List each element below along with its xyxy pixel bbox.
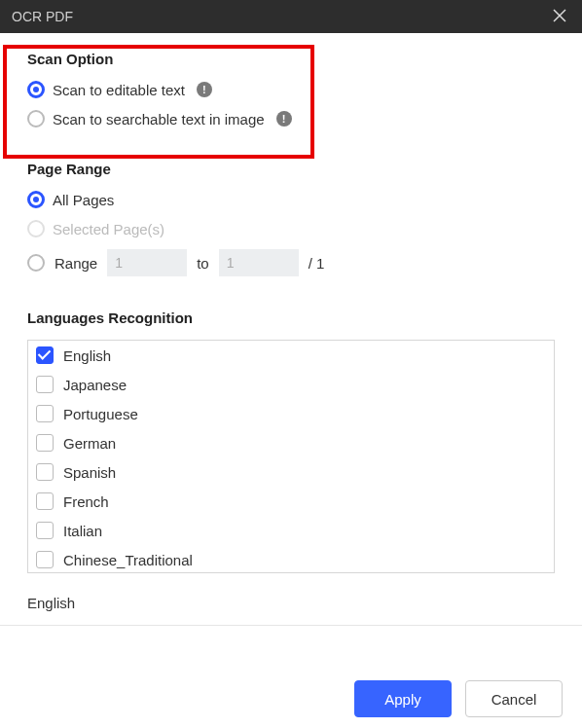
lang-checkbox[interactable] bbox=[36, 376, 54, 393]
radio-scan-editable[interactable] bbox=[27, 81, 45, 98]
range-to-input[interactable] bbox=[219, 249, 299, 276]
info-icon[interactable]: ! bbox=[276, 111, 292, 127]
languages-section: Languages Recognition bbox=[0, 292, 582, 326]
list-item[interactable]: German bbox=[28, 428, 554, 457]
list-item[interactable]: Portuguese bbox=[28, 399, 554, 428]
lang-label: Chinese_Traditional bbox=[63, 552, 193, 568]
list-item[interactable]: Spanish bbox=[28, 457, 554, 487]
close-icon[interactable] bbox=[549, 5, 570, 29]
all-pages-label: All Pages bbox=[53, 192, 114, 208]
lang-label: German bbox=[63, 435, 116, 452]
lang-checkbox[interactable] bbox=[36, 405, 54, 422]
lang-checkbox[interactable] bbox=[36, 522, 54, 539]
selected-language-summary: English bbox=[0, 581, 582, 626]
list-item[interactable]: Italian bbox=[28, 516, 554, 545]
page-range-section: Page Range All Pages Selected Page(s) Ra… bbox=[0, 143, 582, 292]
lang-label: Portuguese bbox=[63, 406, 138, 422]
radio-selected-pages bbox=[27, 220, 45, 237]
range-label: Range bbox=[55, 255, 97, 272]
info-icon[interactable]: ! bbox=[197, 82, 212, 97]
page-range-title: Page Range bbox=[27, 161, 555, 177]
selected-pages-label: Selected Page(s) bbox=[53, 221, 164, 237]
scan-option-section: Scan Option Scan to editable text ! Scan… bbox=[0, 33, 582, 143]
languages-list[interactable]: English Japanese Portuguese German Spani… bbox=[27, 340, 555, 573]
cancel-button[interactable]: Cancel bbox=[465, 680, 563, 717]
lang-label: French bbox=[63, 493, 109, 510]
lang-checkbox[interactable] bbox=[36, 551, 54, 568]
titlebar: OCR PDF bbox=[0, 0, 582, 33]
range-from-input[interactable] bbox=[107, 249, 187, 276]
list-item[interactable]: Chinese_Traditional bbox=[28, 545, 554, 573]
lang-label: Japanese bbox=[63, 377, 127, 393]
languages-title: Languages Recognition bbox=[27, 309, 555, 326]
list-item[interactable]: Japanese bbox=[28, 370, 554, 399]
list-item[interactable]: French bbox=[28, 487, 554, 516]
radio-scan-searchable[interactable] bbox=[27, 110, 45, 127]
lang-checkbox[interactable] bbox=[36, 346, 54, 364]
range-total: / 1 bbox=[309, 255, 325, 272]
window-title: OCR PDF bbox=[12, 9, 73, 24]
lang-label: Italian bbox=[63, 523, 102, 539]
footer: Apply Cancel bbox=[0, 670, 582, 728]
radio-range[interactable] bbox=[27, 254, 45, 272]
range-to-label: to bbox=[197, 255, 209, 272]
scan-option-title: Scan Option bbox=[27, 51, 555, 67]
scan-editable-label: Scan to editable text bbox=[53, 82, 185, 98]
radio-all-pages[interactable] bbox=[27, 191, 45, 208]
scan-searchable-label: Scan to searchable text in image bbox=[53, 111, 265, 127]
apply-button[interactable]: Apply bbox=[354, 680, 452, 717]
lang-checkbox[interactable] bbox=[36, 434, 54, 452]
lang-label: English bbox=[63, 347, 111, 364]
lang-checkbox[interactable] bbox=[36, 463, 54, 481]
lang-label: Spanish bbox=[63, 464, 116, 481]
list-item[interactable]: English bbox=[28, 341, 554, 370]
lang-checkbox[interactable] bbox=[36, 492, 54, 510]
